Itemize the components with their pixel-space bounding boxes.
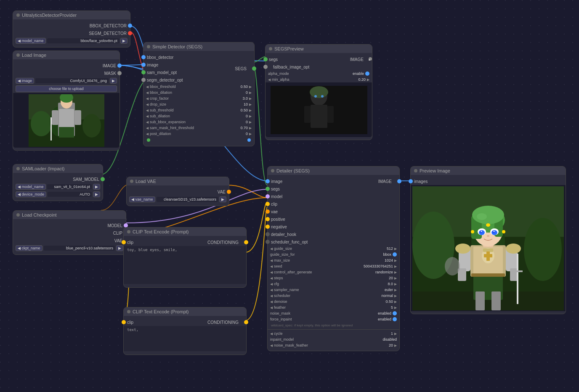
det-vae-dot[interactable]: [266, 209, 270, 214]
noise-mask-toggle[interactable]: [393, 311, 397, 315]
svg-point-19: [314, 95, 317, 98]
sub-dil-left[interactable]: ◀: [146, 114, 149, 118]
sam-model-left-btn[interactable]: ◀ model_name: [16, 184, 46, 190]
control-after-val: randomize: [375, 270, 393, 274]
svg-rect-12: [59, 127, 74, 138]
simple-detector-dot: [147, 45, 150, 48]
clip-text1-input[interactable]: toy, blue eyes, smile,: [124, 246, 246, 284]
segs-out-dot[interactable]: [252, 66, 256, 71]
load-image-node: Load Image IMAGE MASK ◀ image ComfyUI_00…: [13, 50, 120, 151]
image-left-btn[interactable]: ◀ image: [16, 78, 34, 84]
model-name-right-btn[interactable]: ▶: [120, 38, 127, 44]
sam-hint-right[interactable]: ▶: [249, 126, 252, 130]
sam-hint-left[interactable]: ◀: [146, 126, 149, 130]
sub-bbox-left[interactable]: ◀: [146, 120, 149, 124]
model-name-left-btn[interactable]: ◀ model_name: [16, 38, 46, 44]
noise-mask-label: noise_mask: [270, 311, 377, 315]
segm-det-in-dot[interactable]: [141, 78, 146, 82]
sub-thresh-left[interactable]: ◀: [146, 109, 149, 112]
vae-out-port: VAE: [13, 237, 126, 244]
guide-size-for-row: guide_size_for bbox: [268, 252, 399, 257]
clip-text1-header: CLIP Text Encode (Prompt): [124, 228, 246, 236]
segs-preview-body: segs fallback_image_opt IMAGE ▪ alpha_mo…: [266, 53, 372, 140]
load-image-thumbnail: [13, 93, 120, 148]
sam-model-dot[interactable]: [101, 177, 105, 181]
drop-val: 10: [235, 102, 248, 106]
clip-text1-dot: [127, 230, 130, 233]
det-model-dot[interactable]: [266, 194, 270, 199]
det-image-dot[interactable]: [266, 179, 270, 183]
clip-text2-input[interactable]: text,: [124, 326, 246, 351]
preview-image-title: Preview Image: [420, 168, 450, 173]
choose-file-btn[interactable]: choose file to upload: [16, 85, 117, 92]
sam-model-right-btn[interactable]: ▶: [93, 184, 100, 190]
bbox-thresh-val: 0.50: [235, 85, 248, 89]
guide-size-for-toggle[interactable]: [393, 252, 397, 257]
min-alpha-left[interactable]: ◀: [268, 78, 271, 82]
drop-left[interactable]: ◀: [146, 103, 149, 106]
bbox-dil-left[interactable]: ◀: [146, 91, 149, 95]
cond1-out-dot[interactable]: [244, 240, 248, 244]
sub-bbox-right[interactable]: ▶: [249, 120, 252, 124]
image-in-port: image: [143, 61, 231, 69]
bbox-dil-label: bbox_dilation: [150, 90, 234, 95]
vae-out2-dot[interactable]: [227, 190, 231, 194]
det-neg-dot[interactable]: [266, 225, 270, 229]
bbox-dil-right[interactable]: ▶: [249, 91, 252, 95]
svg-rect-8: [59, 109, 74, 128]
image-in-dot[interactable]: [141, 63, 146, 67]
post-dil-right[interactable]: ▶: [249, 132, 252, 136]
sub-thresh-right[interactable]: ▶: [249, 109, 252, 112]
sam-model-port: SAM_MODEL: [13, 175, 103, 183]
detailer-title: Detailer (SEGS): [276, 168, 310, 173]
svg-point-46: [472, 206, 504, 224]
segs-preview-title: SEGSPreview: [274, 46, 304, 51]
guide-size-row: ◀ guide_size 512 ▶: [268, 246, 399, 252]
image-out-dot[interactable]: [117, 64, 122, 68]
device-mode-right-btn[interactable]: ▶: [93, 191, 100, 197]
mask-out-dot[interactable]: [117, 71, 122, 75]
fallback-in-dot[interactable]: [263, 65, 268, 69]
choose-file-widget[interactable]: choose file to upload: [13, 85, 120, 93]
denoise-label: denoise: [274, 299, 379, 304]
min-alpha-right[interactable]: ▶: [367, 78, 369, 82]
sam-loader-header: SAMLoader (Impact): [13, 164, 103, 173]
det-segs-dot[interactable]: [266, 187, 270, 191]
post-dil-left[interactable]: ◀: [146, 132, 149, 136]
load-vae-body: VAE ◀ vae_name clearvaeSD15_v23.safetens…: [127, 185, 229, 206]
alpha-mode-toggle[interactable]: [365, 72, 369, 76]
det-hook-dot[interactable]: [266, 232, 270, 236]
images-in-dot[interactable]: [409, 179, 413, 183]
ckpt-left-btn[interactable]: ◀ ckpt_name: [16, 245, 42, 251]
bbox-thresh-right[interactable]: ▶: [249, 85, 252, 89]
mask-out-label: MASK: [101, 71, 120, 76]
sam-model-in-dot[interactable]: [141, 70, 146, 74]
force-inpaint-toggle[interactable]: [393, 317, 397, 321]
vae-name-right-btn[interactable]: ▶: [219, 196, 226, 202]
ultralytics-title: UltralyticsDetectorProvider: [22, 13, 77, 18]
segs-in-dot[interactable]: [263, 57, 268, 61]
clip1-in-dot[interactable]: [122, 240, 126, 244]
bbox-det-in-dot[interactable]: [141, 55, 146, 59]
clip2-in-dot[interactable]: [122, 320, 126, 324]
vae-name-left-btn[interactable]: ◀ vae_name: [129, 196, 155, 202]
inpaint-model-row: inpaint_model disabled: [268, 336, 399, 342]
drop-right[interactable]: ▶: [249, 103, 252, 106]
det-sched-dot[interactable]: [266, 240, 270, 244]
device-mode-left-btn[interactable]: ◀ device_mode: [16, 191, 46, 197]
load-vae-node: Load VAE VAE ◀ vae_name clearvaeSD15_v23…: [126, 177, 229, 206]
svg-point-2: [31, 111, 52, 136]
image-right-btn[interactable]: ▶: [110, 78, 117, 84]
det-clip-dot[interactable]: [266, 202, 270, 206]
ckpt-right-btn[interactable]: ▶: [116, 245, 123, 251]
bbox-detector-dot[interactable]: [128, 24, 132, 28]
det-pos-dot[interactable]: [266, 217, 270, 221]
cond2-out-dot[interactable]: [244, 320, 248, 324]
bbox-thresh-left[interactable]: ◀: [146, 85, 149, 89]
bbox-det-in-label: bbox_detector: [143, 55, 177, 60]
crop-left[interactable]: ◀: [146, 97, 149, 101]
crop-right[interactable]: ▶: [249, 97, 252, 101]
det-image-out-dot[interactable]: [397, 179, 401, 183]
sub-dil-right[interactable]: ▶: [249, 114, 252, 118]
segm-detector-dot[interactable]: [128, 31, 132, 35]
